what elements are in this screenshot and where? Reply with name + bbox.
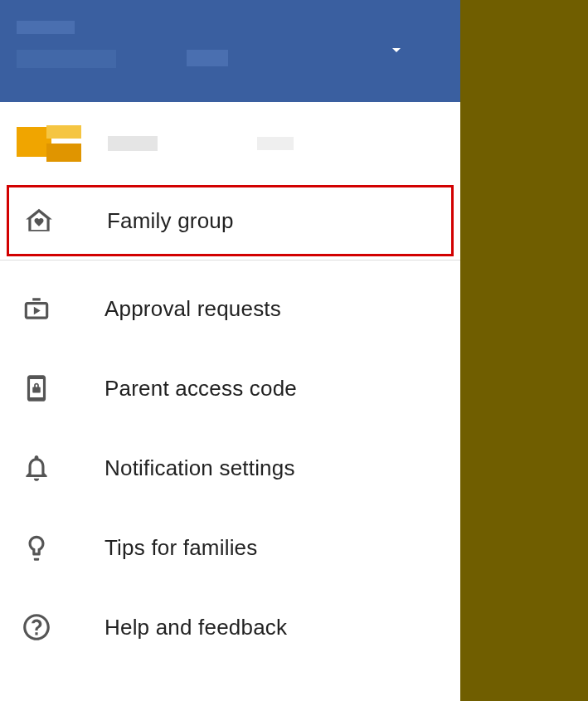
menu-label: Tips for families bbox=[104, 535, 257, 561]
briefcase-play-icon bbox=[20, 293, 53, 324]
menu-item-approval-requests[interactable]: Approval requests bbox=[0, 269, 460, 348]
menu-item-tips-for-families[interactable]: Tips for families bbox=[0, 508, 460, 587]
navigation-drawer: Family group Approval requests Parent ac… bbox=[0, 0, 460, 701]
profile-row bbox=[0, 102, 460, 185]
phone-lock-icon bbox=[20, 372, 53, 404]
account-dropdown-icon[interactable] bbox=[386, 40, 406, 63]
home-heart-icon bbox=[22, 205, 56, 236]
header-placeholder bbox=[17, 50, 116, 68]
menu-label: Approval requests bbox=[104, 296, 281, 322]
help-icon bbox=[20, 611, 53, 643]
drawer-backdrop bbox=[460, 0, 588, 701]
lightbulb-icon bbox=[20, 532, 53, 563]
menu-label: Family group bbox=[107, 208, 234, 234]
profile-placeholder bbox=[108, 136, 158, 151]
menu-item-help-feedback[interactable]: Help and feedback bbox=[0, 587, 460, 667]
menu-label: Help and feedback bbox=[104, 615, 287, 640]
menu-label: Notification settings bbox=[104, 455, 295, 481]
menu-label: Parent access code bbox=[104, 376, 297, 402]
highlighted-selection: Family group bbox=[7, 185, 454, 256]
menu-item-notification-settings[interactable]: Notification settings bbox=[0, 428, 460, 508]
header-placeholder bbox=[17, 21, 75, 34]
menu-item-parent-access-code[interactable]: Parent access code bbox=[0, 348, 460, 428]
bell-icon bbox=[20, 452, 53, 484]
header-placeholder bbox=[187, 50, 228, 66]
menu-item-family-group[interactable]: Family group bbox=[9, 187, 451, 254]
avatar bbox=[17, 125, 83, 162]
profile-placeholder bbox=[257, 137, 294, 150]
menu-list: Approval requests Parent access code Not… bbox=[0, 260, 460, 667]
drawer-header bbox=[0, 0, 460, 102]
